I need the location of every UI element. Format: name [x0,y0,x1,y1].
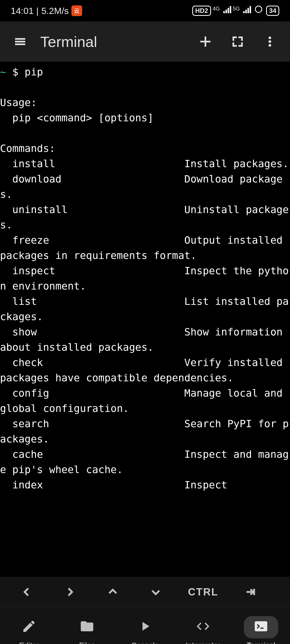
status-left: 14:01 | 5.2M/s 云 [11,5,82,16]
terminal-stdout: Usage: pip <command> [options] Commands:… [0,97,289,491]
nav-interpreter[interactable]: Interpreter [174,611,232,644]
network-speed: 5.2M/s [41,6,69,16]
chevron-left-icon [21,587,32,597]
pencil-icon [12,616,46,638]
tab-icon [245,587,256,597]
prompt-tilde: ~ [0,66,6,78]
app-title: Terminal [40,33,185,50]
fullscreen-button[interactable] [226,30,250,54]
code-icon [186,616,220,638]
battery-badge: 34 [266,6,279,16]
signal-2-label: 5G [233,6,240,12]
nav-console[interactable]: Console [116,611,174,644]
command-text: pip [25,66,43,78]
overflow-button[interactable] [258,30,282,54]
signal-2-icon [242,5,251,16]
signal-1-label: 4G [213,6,220,12]
nav-label: Terminal [247,641,275,644]
arrow-left-key[interactable] [16,587,38,597]
nav-label: Files [79,641,95,644]
folder-icon [70,616,104,638]
menu-button[interactable] [8,30,32,54]
prompt-symbol: $ [6,66,25,78]
play-icon [128,616,162,638]
chevron-down-icon [150,587,161,597]
bottom-nav: Editor Files Console Interpreter Termina… [0,606,290,644]
nav-label: Editor [19,641,39,644]
nav-files[interactable]: Files [58,611,116,644]
hd-badge: HD2 [192,6,211,16]
chevron-up-icon [107,587,118,597]
status-right: HD2 4G 5G 34 [192,5,279,17]
arrow-up-key[interactable] [102,587,124,597]
arrow-down-key[interactable] [145,587,166,597]
signal-1-icon [223,5,231,16]
terminal-icon [244,616,278,638]
tab-key[interactable] [240,587,261,597]
svg-rect-5 [255,621,267,631]
svg-point-1 [269,41,271,43]
nav-label: Interpreter [186,641,220,644]
battery-level: 34 [269,7,276,14]
app-bar: Terminal [0,21,290,62]
data-sync-icon [254,5,263,17]
fullscreen-icon [231,35,244,48]
status-bar: 14:01 | 5.2M/s 云 HD2 4G 5G 34 [0,0,290,21]
app-badge-icon: 云 [71,5,82,16]
ctrl-key[interactable]: CTRL [188,586,218,598]
separator: | [36,6,39,16]
nav-editor[interactable]: Editor [0,611,58,644]
clock-text: 14:01 [11,6,34,16]
nav-label: Console [131,641,159,644]
arrow-right-key[interactable] [59,587,81,597]
terminal-output[interactable]: ~ $ pip Usage: pip <command> [options] C… [0,62,290,577]
extra-keys-row: CTRL [0,577,290,606]
nav-terminal[interactable]: Terminal [232,611,290,644]
svg-point-2 [269,44,271,46]
new-tab-button[interactable] [193,30,218,54]
more-vert-icon [263,35,276,48]
chevron-right-icon [64,587,75,597]
svg-point-0 [269,37,271,39]
hamburger-icon [14,35,27,48]
plus-icon [199,35,212,48]
